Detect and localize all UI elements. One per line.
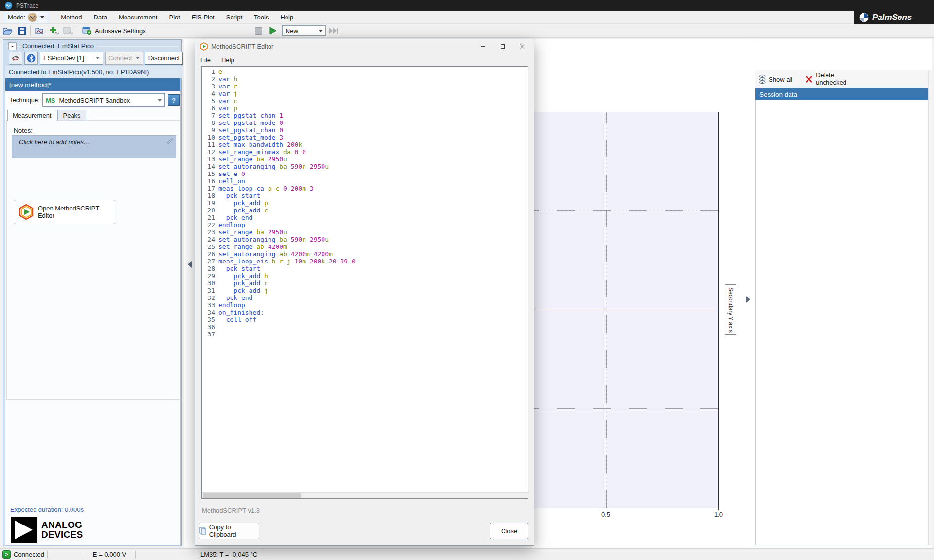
menu-item[interactable]: Tools	[248, 12, 274, 23]
open-folder-icon	[3, 27, 13, 35]
technique-badge: MS	[46, 97, 55, 104]
notes-placeholder: Click here to add notes...	[19, 139, 89, 146]
expected-duration-text: Expected duration: 0.000s	[10, 506, 84, 513]
connect-label: Connect	[108, 54, 132, 62]
titlebar: PSTrace	[0, 0, 934, 11]
dialog-close-icon[interactable]	[512, 39, 532, 53]
x-axis-tick: 1.0	[711, 511, 726, 518]
technique-label: Technique:	[9, 96, 40, 104]
menu-item[interactable]: Plot	[163, 12, 185, 23]
status-connected: Connected	[14, 549, 44, 560]
open-editor-label: Open MethodSCRIPT Editor	[38, 205, 115, 219]
open-methodscript-editor-button[interactable]: Open MethodSCRIPT Editor	[14, 200, 115, 224]
close-button[interactable]: Close	[490, 523, 528, 539]
methodscript-hexagon-icon	[18, 204, 34, 220]
instrument-panel: - Connected: EmStat Pico ESPicoDev [1] C…	[3, 39, 182, 546]
device-select-value: ESPicoDev [1]	[43, 54, 84, 62]
dialog-menubar: FileHelp	[195, 53, 534, 66]
open-file-button[interactable]	[1, 25, 14, 37]
show-all-button[interactable]: Show all	[755, 72, 796, 87]
menu-item[interactable]: Method	[55, 12, 88, 23]
device-select[interactable]: ESPicoDev [1]	[40, 52, 103, 65]
autosave-settings-button[interactable]: Autosave Settings	[79, 25, 149, 37]
menu-item[interactable]: Measurement	[113, 12, 163, 23]
delete-unchecked-label: Delete unchecked	[816, 72, 849, 87]
autosave-label: Autosave Settings	[95, 27, 146, 35]
measurement-tab-panel: Notes: Click here to add notes... Open M…	[6, 120, 180, 400]
adi-line2: DEVICES	[41, 530, 83, 540]
stop-button	[252, 25, 265, 37]
methodscript-version-text: MethodSCRIPT v1.3	[202, 507, 260, 514]
session-data-list[interactable]	[755, 100, 928, 545]
chevron-down-icon	[319, 30, 323, 32]
method-tabs: Measurement Peaks	[7, 110, 87, 121]
eyes-icon	[759, 74, 766, 84]
copy-to-clipboard-button[interactable]: Copy to Clipboard	[199, 523, 259, 539]
analog-devices-logo: ANALOG DEVICES	[11, 517, 83, 543]
collapse-left-panel-icon[interactable]	[188, 261, 192, 268]
copy-icon	[199, 527, 206, 535]
code-editor[interactable]: 1e2var h3var r4var j5var c6var p7set_pgs…	[201, 66, 528, 499]
secondary-y-axis-label[interactable]: Secondary Y axis	[725, 284, 736, 335]
delete-unchecked-button[interactable]: Delete unchecked	[802, 71, 852, 88]
technique-select[interactable]: MS MethodSCRIPT Sandbox	[42, 93, 165, 107]
mode-label: Mode:	[8, 14, 25, 21]
collapse-right-panel-icon[interactable]	[746, 296, 750, 303]
vertical-scrollbar[interactable]	[928, 70, 933, 545]
bluetooth-button[interactable]	[24, 52, 38, 65]
connected-status-icon: >	[2, 550, 11, 559]
disconnect-button[interactable]: Disconnect	[145, 52, 183, 65]
copy-label: Copy to Clipboard	[209, 524, 259, 538]
notes-input[interactable]: Click here to add notes...	[12, 135, 176, 158]
dialog-menu-item[interactable]: File	[195, 54, 216, 66]
dialog-minimize-icon[interactable]	[473, 39, 493, 53]
collapse-group-button[interactable]: -	[8, 42, 17, 50]
save-button[interactable]	[16, 25, 28, 37]
chevron-down-icon	[136, 57, 140, 59]
play-icon	[269, 26, 277, 35]
notes-label: Notes:	[14, 127, 33, 134]
bluetooth-icon	[27, 54, 36, 63]
menu-item[interactable]: EIS Plot	[186, 12, 220, 23]
autosave-gear-icon	[82, 26, 92, 35]
menu-items: MethodDataMeasurementPlotEIS PlotScriptT…	[55, 12, 299, 23]
session-panel: Show all Delete unchecked Session data	[754, 39, 932, 548]
refresh-devices-button[interactable]	[9, 52, 22, 65]
adi-triangle-icon	[11, 517, 37, 543]
menu-item[interactable]: Data	[88, 12, 113, 23]
menubar: Mode: MethodDataMeasurementPlotEIS PlotS…	[0, 11, 934, 24]
menu-item[interactable]: Help	[274, 12, 299, 23]
load-curve-button[interactable]	[34, 25, 47, 37]
connection-status-text: Connected to EmStatPico(v1.500, no: EP1D…	[5, 66, 182, 78]
save-curve-button-disabled	[62, 25, 75, 37]
run-mode-select[interactable]: New	[282, 25, 326, 36]
dialog-menu-item[interactable]: Help	[216, 54, 240, 66]
connection-group-title: Connected: EmStat Pico	[20, 42, 96, 50]
run-button[interactable]	[267, 25, 279, 37]
technique-help-button[interactable]: ?	[168, 94, 180, 106]
adi-line1: ANALOG	[41, 520, 83, 530]
technique-value: MethodSCRIPT Sandbox	[59, 97, 130, 104]
scrollbar-thumb[interactable]	[203, 493, 301, 498]
dialog-titlebar[interactable]: MethodSCRIPT Editor	[195, 39, 534, 53]
mode-icon	[28, 13, 37, 22]
dialog-maximize-icon[interactable]	[493, 39, 512, 53]
methodscript-hexagon-icon	[200, 42, 208, 51]
pstrace-app-icon	[5, 2, 12, 9]
mode-selector[interactable]: Mode:	[4, 12, 48, 23]
save-icon	[18, 27, 26, 35]
horizontal-scrollbar[interactable]	[202, 492, 528, 498]
palmsens-icon	[859, 13, 869, 22]
tab-measurement[interactable]: Measurement	[7, 110, 56, 121]
session-data-header: Session data	[755, 88, 928, 100]
tab-peaks[interactable]: Peaks	[57, 110, 86, 121]
add-curve-button[interactable]	[48, 25, 61, 37]
palmsens-logo: PalmSens	[854, 0, 934, 24]
chevron-down-icon	[40, 16, 44, 18]
method-card: [new method]* Technique: MS MethodSCRIPT…	[5, 78, 181, 546]
connection-group: - Connected: EmStat Pico ESPicoDev [1] C…	[4, 41, 180, 78]
menu-item[interactable]: Script	[220, 12, 248, 23]
chevron-down-icon	[96, 57, 100, 59]
plus-curve-icon	[49, 27, 60, 35]
code-lines: 1e2var h3var r4var j5var c6var p7set_pgs…	[202, 68, 356, 338]
